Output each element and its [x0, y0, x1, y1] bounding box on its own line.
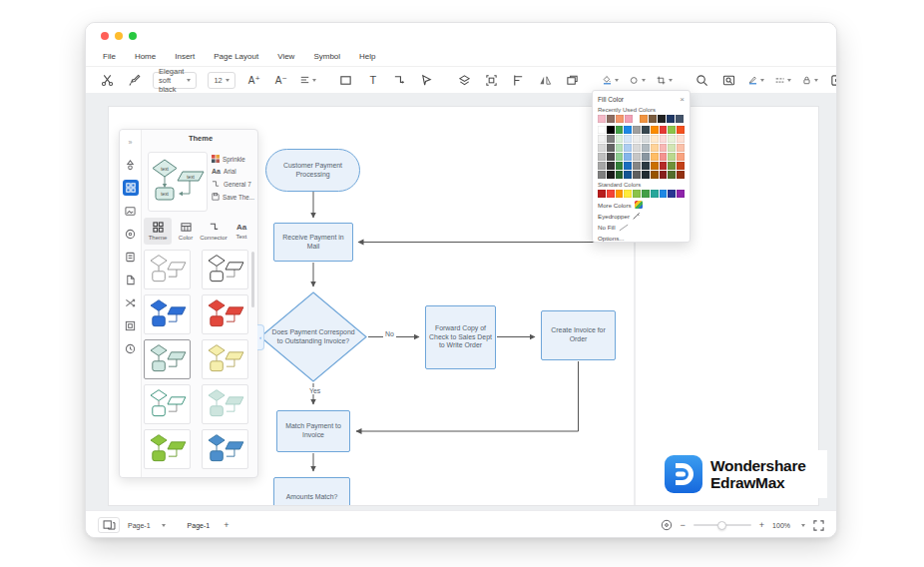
palette-color-swatch[interactable]	[651, 162, 659, 170]
palette-color-swatch[interactable]	[651, 153, 659, 161]
tab-text[interactable]: Aa Text	[228, 218, 255, 245]
collapse-icon[interactable]: »	[123, 134, 139, 150]
palette-color-swatch[interactable]	[660, 135, 668, 143]
palette-color-swatch[interactable]	[677, 126, 685, 134]
palette-color-swatch[interactable]	[598, 144, 606, 152]
recent-color-swatch[interactable]	[676, 115, 684, 123]
palette-color-swatch[interactable]	[642, 171, 650, 179]
container-button[interactable]	[565, 70, 581, 90]
palette-color-swatch[interactable]	[607, 126, 615, 134]
frame-icon[interactable]	[123, 317, 139, 333]
palette-color-swatch[interactable]	[633, 162, 641, 170]
gallery-scrollbar[interactable]	[251, 252, 254, 307]
theme-thumbnail-red-solid[interactable]	[202, 294, 248, 334]
palette-color-swatch[interactable]	[668, 144, 676, 152]
theme-thumbnail-teal-light[interactable]	[144, 339, 191, 379]
palette-color-swatch[interactable]	[598, 126, 606, 134]
palette-color-swatch[interactable]	[598, 171, 606, 179]
palette-color-swatch[interactable]	[624, 126, 632, 134]
no-fill-item[interactable]: No Fill	[598, 224, 685, 232]
flow-node-decision[interactable]: Does Payment Correspond to Outstanding I…	[259, 291, 367, 382]
save-theme-label[interactable]: Save The...	[223, 194, 254, 201]
palette-color-swatch[interactable]	[668, 126, 676, 134]
cut-button[interactable]	[99, 70, 115, 90]
rectangle-tool-button[interactable]	[338, 70, 354, 90]
symbol-library-icon[interactable]	[123, 157, 139, 173]
theme-thumbnail-blue-solid[interactable]	[144, 294, 191, 334]
menu-help[interactable]: Help	[359, 52, 375, 61]
close-window-button[interactable]	[101, 32, 109, 40]
palette-color-swatch[interactable]	[642, 144, 650, 152]
tab-connector[interactable]: Connector	[200, 218, 228, 245]
palette-color-swatch[interactable]	[616, 171, 624, 179]
standard-color-swatch[interactable]	[677, 190, 685, 198]
font-family-select[interactable]: Elegant soft black	[153, 72, 197, 89]
palette-color-swatch[interactable]	[668, 135, 676, 143]
theme-thumbnail-teal-outline[interactable]	[144, 384, 191, 424]
recent-color-swatch[interactable]	[625, 115, 633, 123]
standard-color-swatch[interactable]	[668, 190, 676, 198]
menu-insert[interactable]: Insert	[175, 52, 195, 61]
menu-file[interactable]: File	[103, 52, 116, 61]
palette-color-swatch[interactable]	[642, 135, 650, 143]
minimize-window-button[interactable]	[115, 32, 123, 40]
palette-color-swatch[interactable]	[607, 144, 615, 152]
locate-icon[interactable]	[661, 519, 673, 531]
flip-button[interactable]	[538, 70, 554, 90]
background-icon[interactable]	[123, 203, 139, 219]
theme-font-name[interactable]: Arial	[224, 168, 236, 175]
fill-color-button[interactable]	[603, 70, 619, 90]
close-icon[interactable]: ×	[680, 95, 685, 104]
palette-color-swatch[interactable]	[616, 126, 624, 134]
palette-color-swatch[interactable]	[651, 126, 659, 134]
palette-color-swatch[interactable]	[651, 171, 659, 179]
increase-font-button[interactable]: A⁺	[246, 70, 262, 90]
flow-node-match[interactable]: Match Payment to Invoice	[276, 410, 350, 452]
font-size-select[interactable]: 12	[208, 72, 234, 89]
flow-node-forward[interactable]: Forward Copy of Check to Sales Dept to W…	[425, 305, 496, 369]
line-style-button[interactable]	[775, 70, 791, 90]
standard-color-swatch[interactable]	[607, 190, 615, 198]
line-color-button[interactable]	[748, 70, 764, 90]
zoom-out-button[interactable]: −	[681, 520, 686, 530]
palette-color-swatch[interactable]	[598, 153, 606, 161]
recent-color-swatch[interactable]	[640, 115, 648, 123]
theme-panel-icon[interactable]	[123, 180, 139, 196]
palette-color-swatch[interactable]	[607, 153, 615, 161]
theme-thumbnail-black-outline[interactable]	[202, 250, 248, 289]
tab-color[interactable]: Color	[172, 218, 200, 245]
zoom-in-button[interactable]: +	[759, 520, 764, 530]
layers-button[interactable]	[457, 70, 473, 90]
more-colors-item[interactable]: More Colors	[598, 201, 685, 209]
palette-color-swatch[interactable]	[607, 135, 615, 143]
palette-color-swatch[interactable]	[598, 162, 606, 170]
palette-color-swatch[interactable]	[616, 162, 624, 170]
page-selector[interactable]: Page-1	[128, 522, 151, 529]
history-icon[interactable]	[123, 340, 139, 356]
text-align-button[interactable]	[300, 70, 316, 90]
standard-color-swatch[interactable]	[642, 190, 650, 198]
zoom-window-button[interactable]	[129, 32, 137, 40]
fullscreen-icon[interactable]	[813, 520, 824, 531]
menu-view[interactable]: View	[277, 52, 294, 61]
palette-color-swatch[interactable]	[624, 171, 632, 179]
flow-node-create[interactable]: Create Invoice for Order	[541, 310, 616, 360]
theme-thumbnail-green-solid[interactable]	[144, 429, 191, 469]
zoom-level[interactable]: 100%	[772, 522, 790, 529]
recent-color-swatch[interactable]	[649, 115, 657, 123]
palette-color-swatch[interactable]	[633, 171, 641, 179]
palette-color-swatch[interactable]	[607, 162, 615, 170]
palette-color-swatch[interactable]	[677, 171, 685, 179]
recent-color-swatch[interactable]	[607, 115, 615, 123]
palette-color-swatch[interactable]	[668, 162, 676, 170]
recent-color-swatch[interactable]	[667, 115, 675, 123]
standard-color-swatch[interactable]	[624, 190, 632, 198]
notes-icon[interactable]	[123, 249, 139, 265]
tab-theme[interactable]: Theme	[144, 218, 172, 245]
eyedropper-item[interactable]: Eyedropper	[598, 212, 685, 220]
palette-color-swatch[interactable]	[633, 144, 641, 152]
palette-color-swatch[interactable]	[607, 171, 615, 179]
palette-color-swatch[interactable]	[624, 153, 632, 161]
find-replace-button[interactable]	[721, 70, 737, 90]
palette-color-swatch[interactable]	[624, 144, 632, 152]
